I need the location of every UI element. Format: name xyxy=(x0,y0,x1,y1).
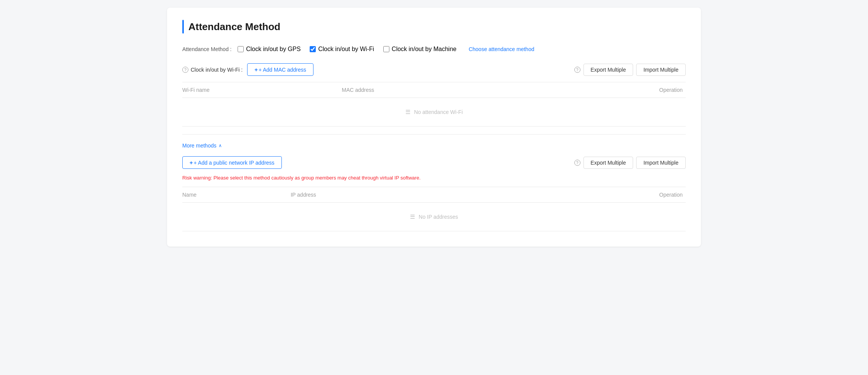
divider-1 xyxy=(182,134,686,135)
wifi-table-help-icon[interactable]: ? xyxy=(574,67,580,73)
ip-section-header: + + Add a public network IP address ? Ex… xyxy=(182,156,686,169)
ip-table-header-row: Name IP address Operation xyxy=(182,187,686,203)
chevron-up-icon: ∧ xyxy=(219,143,222,148)
page-title-row: Attendance Method xyxy=(182,20,686,34)
ip-col-name: Name xyxy=(182,187,291,203)
wifi-col-name: Wi-Fi name xyxy=(182,82,342,98)
wifi-col-operation: Operation xyxy=(531,82,686,98)
wifi-help-icon[interactable]: ? xyxy=(182,67,188,73)
checkbox-machine[interactable]: Clock in/out by Machine xyxy=(383,46,457,53)
wifi-import-multiple-button[interactable]: Import Multiple xyxy=(636,64,686,76)
ip-export-multiple-button[interactable]: Export Multiple xyxy=(583,157,633,169)
checkbox-gps[interactable]: Clock in/out by GPS xyxy=(238,46,301,53)
ip-empty-icon: ☰ xyxy=(410,213,415,220)
wifi-col-mac: MAC address xyxy=(342,82,531,98)
risk-warning: Risk warning: Please select this method … xyxy=(182,175,686,181)
add-mac-address-button[interactable]: + + Add MAC address xyxy=(247,63,313,76)
checkbox-gps-label: Clock in/out by GPS xyxy=(246,46,301,53)
choose-attendance-method-link[interactable]: Choose attendance method xyxy=(469,46,534,52)
ip-empty-cell: ☰ No IP addresses xyxy=(182,203,686,231)
ip-col-operation: Operation xyxy=(484,187,686,203)
checkbox-wifi[interactable]: Clock in/out by Wi-Fi xyxy=(310,46,374,53)
wifi-section: ? Clock in/out by Wi-Fi : + + Add MAC ad… xyxy=(182,63,686,127)
checkbox-machine-label: Clock in/out by Machine xyxy=(392,46,457,53)
checkbox-machine-input[interactable] xyxy=(383,46,389,52)
wifi-export-import-group: ? Export Multiple Import Multiple xyxy=(574,64,686,76)
ip-col-address: IP address xyxy=(291,187,484,203)
wifi-empty-icon: ☰ xyxy=(405,109,410,115)
wifi-header-row: ? Clock in/out by Wi-Fi : + + Add MAC ad… xyxy=(182,63,686,76)
wifi-section-label: ? Clock in/out by Wi-Fi : xyxy=(182,67,243,73)
ip-table: Name IP address Operation ☰ No IP addres… xyxy=(182,187,686,231)
ip-table-help-icon[interactable]: ? xyxy=(574,160,580,166)
wifi-section-header: ? Clock in/out by Wi-Fi : + + Add MAC ad… xyxy=(182,63,686,76)
checkbox-wifi-input[interactable] xyxy=(310,46,316,52)
wifi-table: Wi-Fi name MAC address Operation ☰ No at… xyxy=(182,82,686,127)
add-public-ip-button[interactable]: + + Add a public network IP address xyxy=(182,156,282,169)
add-ip-plus-icon: + xyxy=(190,159,193,166)
wifi-empty-row: ☰ No attendance Wi-Fi xyxy=(182,98,686,127)
ip-empty-row: ☰ No IP addresses xyxy=(182,203,686,231)
attendance-method-card: Attendance Method Attendance Method : Cl… xyxy=(167,8,701,247)
more-methods-toggle[interactable]: More methods ∧ xyxy=(182,143,222,149)
ip-section: + + Add a public network IP address ? Ex… xyxy=(182,156,686,231)
ip-import-multiple-button[interactable]: Import Multiple xyxy=(636,157,686,169)
wifi-table-header-row: Wi-Fi name MAC address Operation xyxy=(182,82,686,98)
wifi-empty-cell: ☰ No attendance Wi-Fi xyxy=(182,98,686,127)
ip-export-import-group: ? Export Multiple Import Multiple xyxy=(574,157,686,169)
wifi-export-multiple-button[interactable]: Export Multiple xyxy=(583,64,633,76)
ip-header-row: + + Add a public network IP address ? Ex… xyxy=(182,156,686,169)
method-row-label: Attendance Method : xyxy=(182,46,231,52)
checkbox-wifi-label: Clock in/out by Wi-Fi xyxy=(318,46,374,53)
add-mac-plus-icon: + xyxy=(254,66,258,73)
page-title: Attendance Method xyxy=(188,21,280,33)
method-selection-row: Attendance Method : Clock in/out by GPS … xyxy=(182,46,686,53)
checkbox-gps-input[interactable] xyxy=(238,46,244,52)
title-bar-accent xyxy=(182,20,184,34)
